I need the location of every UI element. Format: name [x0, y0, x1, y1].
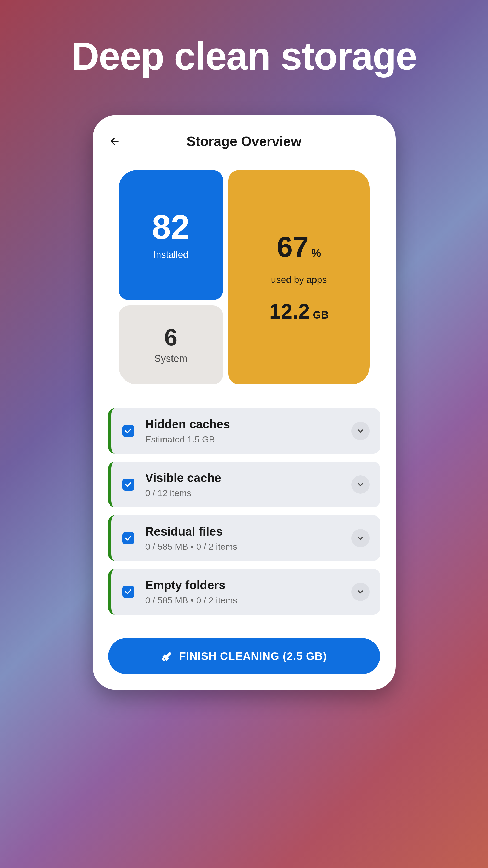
- overview-tiles: 82 Installed 6 System 67 % used by apps …: [119, 170, 369, 384]
- used-percent: 67: [277, 232, 309, 261]
- back-button[interactable]: [108, 135, 121, 148]
- used-size: 12.2: [269, 301, 310, 322]
- item-subtitle: Estimated 1.5 GB: [145, 434, 351, 444]
- item-hidden-caches[interactable]: Hidden caches Estimated 1.5 GB: [108, 408, 380, 454]
- arrow-left-icon: [109, 136, 120, 147]
- used-label: used by apps: [271, 274, 327, 285]
- tile-installed[interactable]: 82 Installed: [119, 170, 223, 300]
- expand-residual-files[interactable]: [351, 529, 369, 547]
- finish-button-label: FINISH CLEANING (2.5 GB): [179, 650, 327, 662]
- item-title: Hidden caches: [145, 417, 351, 431]
- item-title: Visible cache: [145, 471, 351, 485]
- item-title: Empty folders: [145, 578, 351, 592]
- check-icon: [124, 534, 132, 542]
- item-title: Residual files: [145, 524, 351, 538]
- checkbox-hidden-caches[interactable]: [122, 425, 134, 437]
- installed-count: 82: [152, 210, 190, 244]
- item-subtitle: 0 / 585 MB • 0 / 2 items: [145, 541, 351, 552]
- item-subtitle: 0 / 585 MB • 0 / 2 items: [145, 595, 351, 606]
- item-visible-cache[interactable]: Visible cache 0 / 12 items: [108, 462, 380, 507]
- expand-empty-folders[interactable]: [351, 583, 369, 601]
- installed-label: Installed: [153, 249, 188, 260]
- checkbox-empty-folders[interactable]: [122, 586, 134, 598]
- page-title: Deep clean storage: [0, 0, 488, 79]
- phone-frame: Storage Overview 82 Installed 6 System 6…: [93, 115, 396, 690]
- item-subtitle: 0 / 12 items: [145, 488, 351, 498]
- expand-visible-cache[interactable]: [351, 475, 369, 494]
- chevron-down-icon: [356, 587, 365, 596]
- check-icon: [124, 427, 132, 435]
- item-residual-files[interactable]: Residual files 0 / 585 MB • 0 / 2 items: [108, 515, 380, 561]
- check-icon: [124, 588, 132, 596]
- used-percent-unit: %: [311, 247, 321, 259]
- tile-system[interactable]: 6 System: [119, 306, 223, 384]
- tile-used-by-apps[interactable]: 67 % used by apps 12.2 GB: [228, 170, 369, 384]
- item-empty-folders[interactable]: Empty folders 0 / 585 MB • 0 / 2 items: [108, 569, 380, 615]
- app-header: Storage Overview: [108, 133, 380, 149]
- check-icon: [124, 481, 132, 489]
- finish-cleaning-button[interactable]: FINISH CLEANING (2.5 GB): [108, 638, 380, 674]
- used-size-unit: GB: [313, 309, 329, 321]
- checkbox-visible-cache[interactable]: [122, 478, 134, 491]
- chevron-down-icon: [356, 480, 365, 489]
- chevron-down-icon: [356, 427, 365, 435]
- chevron-down-icon: [356, 534, 365, 542]
- system-count: 6: [164, 326, 177, 349]
- expand-hidden-caches[interactable]: [351, 422, 369, 440]
- clean-item-list: Hidden caches Estimated 1.5 GB Visible c…: [108, 408, 380, 615]
- broom-icon: [161, 650, 172, 662]
- system-label: System: [154, 353, 187, 364]
- header-title: Storage Overview: [108, 133, 380, 149]
- checkbox-residual-files[interactable]: [122, 532, 134, 544]
